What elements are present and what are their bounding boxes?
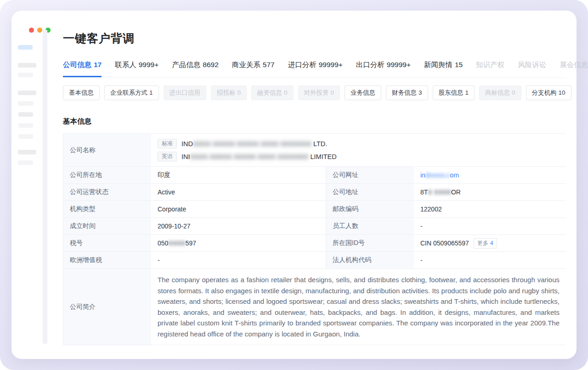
table-row: 机构类型 Corporate 邮政编码 122002 [63, 201, 566, 218]
main-content: 一键客户背调 公司信息17 联系人9999+ 产品信息8692 商业关系577 … [63, 31, 566, 345]
tab-label: 出口分析 [356, 60, 384, 70]
tab-label: 公司信息 [63, 60, 91, 70]
tab-label: 商业关系 [232, 60, 260, 70]
company-address-cell: 8TX XXXXOR [414, 184, 566, 201]
standard-name-badge: 标准 [158, 139, 177, 148]
redacted-text: dxxxxx.c [425, 171, 450, 179]
sidebar-item-placeholder[interactable] [18, 101, 34, 106]
close-window-icon[interactable] [29, 28, 34, 33]
tab-news-sentiment[interactable]: 新闻舆情15 [424, 60, 463, 77]
redacted-text: X XXXX [428, 188, 451, 196]
sidebar-item-active-placeholder[interactable] [18, 45, 33, 50]
row-label: 法人机构代码 [326, 252, 414, 269]
pill-outbound-investment: 对外投资0 [298, 85, 340, 100]
company-website-link[interactable]: indxxxxx.com [420, 171, 459, 179]
tab-products[interactable]: 产品信息8692 [172, 60, 218, 77]
tab-count: 15 [455, 61, 463, 69]
row-label: 邮政编码 [326, 201, 414, 218]
pill-trademark-info: 商标信息0 [479, 85, 521, 100]
pill-label: 进出口信用 [170, 89, 201, 97]
row-value: - [414, 218, 566, 235]
pill-count: 0 [331, 89, 334, 96]
sidebar-divider [43, 30, 47, 344]
sidebar-item-placeholder[interactable] [18, 91, 36, 95]
row-label: 机构类型 [63, 201, 151, 218]
basic-info-table: 公司名称 标准 INDXXXX XXXXX XXXXX XXXX XXXXXXX… [63, 133, 566, 345]
pill-business-info[interactable]: 业务信息 [345, 85, 381, 100]
english-name-badge: 英语 [158, 152, 177, 161]
more-ids-button[interactable]: 更多4 [474, 238, 497, 249]
row-value: Active [151, 184, 326, 201]
row-value: 122002 [414, 201, 566, 218]
pill-label: 股东信息 [439, 89, 464, 97]
row-label: 公司地址 [326, 184, 414, 201]
pill-shareholder-info[interactable]: 股东信息1 [433, 85, 475, 100]
browser-window: 一键客户背调 公司信息17 联系人9999+ 产品信息8692 商业关系577 … [11, 11, 577, 359]
tab-contacts[interactable]: 联系人9999+ [115, 60, 158, 77]
tab-exhibition-info: 展会信息 [560, 60, 588, 77]
pill-count: 0 [237, 89, 241, 96]
secondary-filter-bar: 基本信息 企业联系方式1 进出口信用 招投标0 融资信息0 对外投资0 业务信息… [63, 85, 566, 100]
primary-tab-bar: 公司信息17 联系人9999+ 产品信息8692 商业关系577 进口分析999… [63, 60, 566, 78]
tab-count: 17 [94, 61, 102, 69]
table-row: 公司运营状态 Active 公司地址 8TX XXXXOR [63, 184, 566, 201]
national-id-value: CIN 0509065597 [420, 239, 469, 247]
page-title: 一键客户背调 [63, 31, 566, 46]
tab-label: 新闻舆情 [424, 60, 452, 70]
pill-contact-methods[interactable]: 企业联系方式1 [104, 85, 159, 100]
sidebar-item-placeholder[interactable] [18, 73, 33, 77]
company-name-english: 英语 INIXXXX XXXXX XXXXX XXXX XXXXXXX LIMI… [158, 152, 337, 161]
pill-count: 0 [512, 89, 515, 96]
tab-import-analysis[interactable]: 进口分析99999+ [288, 60, 343, 77]
pill-financial-info[interactable]: 财务信息3 [386, 85, 428, 100]
row-label: 欧洲增值税 [63, 252, 151, 269]
pill-label: 基本信息 [69, 89, 94, 97]
minimize-window-icon[interactable] [37, 28, 42, 33]
pill-basic-info[interactable]: 基本信息 [63, 85, 100, 100]
company-name-standard: 标准 INDXXXX XXXXX XXXXX XXXX XXXXXXX LTD. [158, 139, 327, 148]
row-label: 公司运营状态 [63, 184, 151, 201]
row-label: 公司所在地 [63, 167, 151, 184]
app-backdrop: 一键客户背调 公司信息17 联系人9999+ 产品信息8692 商业关系577 … [0, 0, 588, 370]
company-intro-text: The company operates as a fashion retail… [151, 269, 566, 345]
sidebar-item-placeholder[interactable] [18, 134, 33, 139]
table-row: 欧洲增值税 - 法人机构代码 - [63, 252, 566, 269]
pill-branches[interactable]: 分支机构10 [526, 85, 571, 100]
row-label: 公司简介 [63, 269, 151, 345]
sidebar-item-placeholder[interactable] [18, 150, 36, 154]
row-value: - [414, 252, 566, 269]
row-value: - [151, 252, 326, 269]
pill-import-export-credit: 进出口信用 [164, 85, 207, 100]
pill-label: 分支机构 [532, 89, 557, 97]
sidebar-item-placeholder[interactable] [18, 63, 36, 68]
tab-count: 9999+ [139, 61, 159, 69]
company-website-cell: indxxxxx.com [414, 167, 566, 184]
redacted-text: XXXX [168, 239, 185, 247]
row-label: 所在国ID号 [326, 235, 414, 252]
row-value: Corporate [151, 201, 326, 218]
company-name-cell: 标准 INDXXXX XXXXX XXXXX XXXX XXXXXXX LTD.… [151, 134, 566, 167]
pill-label: 财务信息 [392, 89, 417, 97]
row-value: 印度 [151, 167, 326, 184]
tab-intellectual-property: 知识产权 [476, 60, 504, 77]
pill-financing-info: 融资信息0 [251, 85, 294, 100]
pill-label: 招投标 [217, 89, 236, 97]
pill-label: 商标信息 [485, 89, 510, 97]
pill-label: 企业联系方式 [110, 89, 147, 97]
tab-business-relations[interactable]: 商业关系577 [232, 60, 275, 77]
sidebar-item-placeholder[interactable] [18, 112, 33, 117]
row-label: 公司名称 [63, 134, 151, 167]
pill-count: 0 [284, 89, 288, 96]
pill-label: 融资信息 [257, 89, 282, 97]
tab-label: 产品信息 [172, 60, 200, 70]
section-title-basic-info: 基本信息 [63, 117, 566, 126]
tab-company-info[interactable]: 公司信息17 [63, 60, 102, 77]
sidebar-item-placeholder[interactable] [18, 160, 33, 165]
tab-export-analysis[interactable]: 出口分析99999+ [356, 60, 411, 77]
table-row: 公司所在地 印度 公司网址 indxxxxx.com [63, 167, 566, 184]
sidebar-item-placeholder[interactable] [18, 123, 33, 128]
tab-label: 进口分析 [288, 60, 317, 70]
pill-count: 1 [149, 89, 153, 96]
pill-bidding: 招投标0 [211, 85, 247, 100]
table-row-company-name: 公司名称 标准 INDXXXX XXXXX XXXXX XXXX XXXXXXX… [63, 134, 566, 167]
